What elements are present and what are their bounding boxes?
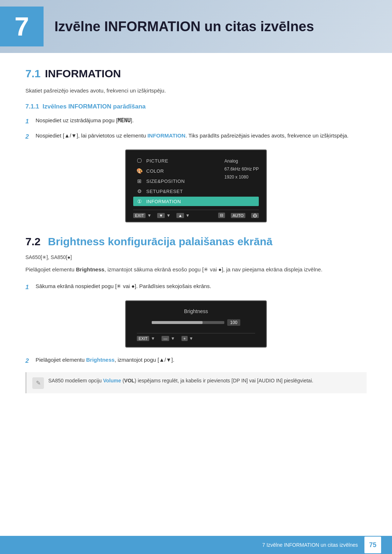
monitor-info-panel: Analog 67.6kHz 60Hz PP 1920 x 1080	[224, 157, 259, 181]
brightness-value: 100	[227, 319, 240, 326]
menu-item-setup-reset: ⚙ SETUP&RESET	[133, 186, 259, 196]
page-footer: 7 Izvēlne INFORMATION un citas izvēlnes …	[0, 536, 392, 554]
monitor-menu-screen: Analog 67.6kHz 60Hz PP 1920 x 1080 🖵 PIC…	[125, 149, 267, 222]
model-text: SA650[✳], SA850[●]	[25, 254, 367, 260]
color-icon: 🎨	[135, 168, 143, 174]
brightness-minus-btn: — ▼	[162, 336, 175, 341]
brightness-screen: Brightness 100 EXIT ▼ — ▼ + ▼	[125, 300, 267, 348]
chapter-number: 7	[0, 7, 44, 46]
auto-button: AUTO	[231, 213, 245, 218]
step-2: 2 Nospiediet [▲/▼], lai pārvietotos uz e…	[25, 131, 367, 141]
section-72: 7.2 Brightness konfigurācija palaišanas …	[25, 235, 367, 393]
page-header: 7 Izvēlne INFORMATION un citas izvēlnes	[0, 0, 392, 53]
section-72-desc: Pielāgojiet elementu Brightness, izmanto…	[25, 265, 367, 274]
size-position-icon: ⊞	[135, 178, 143, 184]
monitor-bottom-bar: EXIT ▼ ▼ ▼ ▲ ▼ ⊟ AUTO	[133, 210, 259, 218]
section-71-title: 7.1INFORMATION	[25, 67, 367, 80]
section-72-title: 7.2 Brightness konfigurācija palaišanas …	[25, 235, 367, 248]
footer-page-number: 75	[364, 537, 381, 553]
subsection-711-title: 7.1.1 Izvēlnes INFORMATION parādīšana	[25, 103, 367, 110]
down-button: ▼ ▼	[157, 213, 171, 218]
content-area: 7.1INFORMATION Skatiet pašreizējo ievade…	[0, 67, 392, 393]
brightness-bar-track	[152, 321, 224, 324]
brightness-exit-btn: EXIT ▼	[137, 336, 155, 341]
brightness-plus-btn: + ▼	[181, 336, 193, 341]
exit-button: EXIT ▼	[133, 213, 151, 218]
footer-text: 7 Izvēlne INFORMATION un citas izvēlnes	[262, 542, 358, 548]
power-button: ⏻	[251, 213, 259, 218]
brightness-bar-fill	[152, 321, 203, 324]
note-box: ✎ SA850 modeliem opciju Volume (VOL) ies…	[25, 372, 367, 393]
note-text: SA850 modeliem opciju Volume (VOL) iespē…	[48, 377, 313, 385]
monitor-menu-area: Analog 67.6kHz 60Hz PP 1920 x 1080 🖵 PIC…	[133, 156, 259, 206]
brightness-bar-area: 100	[137, 319, 255, 326]
setup-reset-icon: ⚙	[135, 188, 143, 194]
note-icon: ✎	[32, 377, 44, 389]
section-72-step-1: 1 Sākuma ekrānā nospiediet pogu [✳ vai ●…	[25, 282, 367, 292]
menu-item-information: ① INFORMATION	[133, 197, 259, 206]
section-72-step-2: 2 Pielāgojiet elementu Brightness, izman…	[25, 356, 367, 366]
section-71-desc: Skatiet pašreizējo ievades avotu, frekve…	[25, 86, 367, 95]
brightness-title: Brightness	[137, 308, 255, 314]
brightness-bottom-bar: EXIT ▼ — ▼ + ▼	[137, 333, 255, 341]
input-icon: ⊟	[218, 213, 225, 218]
information-icon: ①	[135, 198, 143, 204]
step-1: 1 Nospiediet uz izstrādājuma pogu [MENU]…	[25, 116, 367, 126]
up-button: ▲ ▼	[176, 213, 190, 218]
page-title: Izvēlne INFORMATION un citas izvēlnes	[54, 19, 314, 34]
picture-icon: 🖵	[135, 158, 143, 164]
section-71: 7.1INFORMATION Skatiet pašreizējo ievade…	[25, 67, 367, 222]
